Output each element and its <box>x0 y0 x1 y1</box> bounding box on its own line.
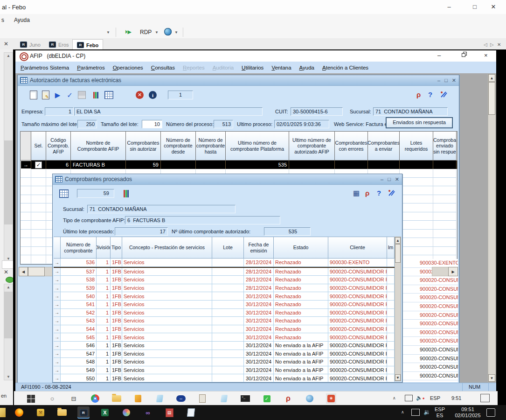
scrollbar-thumb[interactable] <box>4 292 13 338</box>
empresa-name-field[interactable]: EL DIA SA <box>74 107 263 116</box>
afip-menu-item[interactable]: Atención a Clientes <box>322 65 368 70</box>
tray-chevron-icon[interactable]: ∧ <box>401 410 404 414</box>
host-maximize-button[interactable]: □ <box>468 3 482 11</box>
comprobante-row[interactable]: →54411FBServicios30/12/2024Rechazado9000… <box>54 325 395 334</box>
firefox-icon[interactable] <box>13 406 25 419</box>
comprobante-row[interactable]: →53611FBServicios28/12/2024Rechazado9000… <box>54 259 395 268</box>
teamviewer-icon[interactable]: ⇔ <box>176 393 186 404</box>
search-icon[interactable]: ○ <box>47 393 57 404</box>
panel-close-icon[interactable]: ✕ <box>4 41 8 47</box>
afip-menu-item[interactable]: Parámetros <box>77 65 104 70</box>
lotes-bars-icon[interactable] <box>90 90 101 100</box>
left-panel-scrollbar[interactable]: ▲ ▼ <box>4 52 13 262</box>
scrollbar-thumb[interactable] <box>4 140 13 224</box>
tray-speaker-muted-icon[interactable]: 🔈● <box>416 395 425 401</box>
connect-play-icon[interactable]: ⏵▶ <box>125 29 132 35</box>
tipo-comprobante-field[interactable]: 6 FACTURAS B <box>125 216 280 224</box>
column-header[interactable]: Sel. <box>31 132 46 161</box>
grid-export-icon[interactable] <box>58 188 69 199</box>
afip-menu-item[interactable]: Consultas <box>151 65 175 70</box>
scrollbar-thumb[interactable] <box>395 244 401 263</box>
column-header[interactable]: Nombre de Comprobante AFIP <box>71 132 126 161</box>
procesados-vscrollbar[interactable]: ▲ ▼ <box>395 237 401 381</box>
comprobante-row[interactable]: →54311FBServicios30/12/2024Rechazado9000… <box>54 317 395 325</box>
afip-minimize-button[interactable]: – <box>437 52 441 59</box>
maximize-icon[interactable]: □ <box>388 176 391 182</box>
globe-dropdown-arrow[interactable]: ▼ <box>174 30 178 35</box>
scroll-up-icon[interactable]: ▲ <box>4 54 13 58</box>
run-process-icon[interactable]: ▶ <box>52 90 63 100</box>
column-header[interactable]: Comproba enviado sin respue <box>433 132 457 161</box>
host-menu-ayuda[interactable]: Ayuda <box>14 17 30 23</box>
notification-center-icon[interactable] <box>486 408 495 417</box>
column-header[interactable]: División <box>97 237 111 259</box>
panel-input-fragment[interactable] <box>2 260 14 269</box>
grid-export-icon[interactable] <box>104 90 114 100</box>
host-language-indicator[interactable]: ESP ES <box>435 406 445 419</box>
close-icon[interactable]: ✕ <box>452 77 456 84</box>
scrollbar-thumb[interactable] <box>28 267 45 276</box>
paint-app-icon[interactable] <box>120 406 132 419</box>
scroll-down-icon[interactable]: ▼ <box>4 375 13 379</box>
comprobante-row[interactable]: →55011FBServicios30/12/2024No enviado a … <box>54 374 395 382</box>
column-header[interactable]: Comprobantes con errores <box>335 132 368 161</box>
tray-network-icon[interactable] <box>411 409 420 416</box>
exit-run-icon[interactable] <box>440 91 447 99</box>
tab-febo[interactable]: R Febo <box>72 39 103 50</box>
scroll-up-icon[interactable]: ▲ <box>395 237 401 244</box>
empresa-code-field[interactable]: 1 <box>45 107 74 116</box>
column-header[interactable]: Número de comprobante desde <box>161 132 196 161</box>
column-header[interactable]: Número de comprobante <box>61 237 97 259</box>
left-panel-scrollbar[interactable]: ▲ ▼ <box>4 284 13 380</box>
connection-combobox-arrow[interactable]: ▼ <box>106 30 110 35</box>
properties-icon[interactable]: ✎ <box>40 90 51 100</box>
remote-language-indicator[interactable]: ESP <box>430 395 440 401</box>
tamano-lote-input[interactable]: 10 <box>142 120 162 128</box>
task-view-icon[interactable]: ⊟ <box>69 393 79 404</box>
column-header[interactable]: Ultimo número de comprobante Plataforma <box>226 132 289 161</box>
scroll-up-icon[interactable]: ▲ <box>488 74 495 82</box>
column-header[interactable]: Fecha de emisión <box>244 237 274 259</box>
comprobante-row[interactable]: →53811FBServicios28/12/2024Rechazado9000… <box>54 276 395 284</box>
host-minimize-button[interactable]: – <box>442 3 456 11</box>
column-header[interactable]: Lote <box>212 237 244 259</box>
afip-menu-item[interactable]: Ventana <box>271 65 291 70</box>
comprobante-row[interactable]: →54911FBServicios30/12/2024No enviado a … <box>54 366 395 375</box>
tab-close-icon[interactable]: ✕ <box>497 42 501 47</box>
scroll-up-icon[interactable]: ▲ <box>4 285 13 289</box>
app-blue-circle-icon[interactable] <box>305 393 315 404</box>
column-header[interactable]: Número de comprobante hasta <box>196 132 226 161</box>
remote-notification-icon[interactable] <box>480 394 490 402</box>
afip-menu-item[interactable]: Utilitarios <box>242 65 263 70</box>
enviados-sin-respuesta-button[interactable]: Enviados sin respuesta <box>386 118 452 128</box>
close-icon[interactable]: ✕ <box>395 176 399 182</box>
info-icon[interactable]: i <box>147 90 158 100</box>
maximize-icon[interactable]: □ <box>444 77 448 84</box>
host-close-button[interactable]: ✕ <box>486 3 500 11</box>
comprobante-row[interactable]: →53711FBServicios28/12/2024Rechazado9000… <box>54 268 395 276</box>
help-icon[interactable]: ? <box>428 91 432 98</box>
comprobante-row[interactable]: →54611FBServicios30/12/2024No enviado a … <box>54 342 395 350</box>
start-button[interactable] <box>26 393 36 404</box>
confirm-icon[interactable]: ✓ <box>64 90 75 100</box>
column-header[interactable]: Im <box>387 237 395 259</box>
host-clock[interactable]: 09:51 02/01/2025 <box>451 406 484 419</box>
chrome-icon[interactable] <box>90 393 100 404</box>
column-header[interactable]: Estado <box>274 237 328 259</box>
comprobante-row[interactable]: →54211FBServicios30/12/2024Rechazado9000… <box>54 309 395 317</box>
powerbuilder-icon[interactable]: ρ <box>416 91 421 98</box>
app-yellow-icon[interactable] <box>133 393 143 404</box>
vs-co-icon[interactable]: ∞ <box>142 406 154 419</box>
grid-hscrollbar-right[interactable]: ▶ <box>432 267 458 276</box>
column-header[interactable]: Concepto - Prestación de servicios <box>122 237 212 259</box>
exit-run-icon[interactable] <box>388 189 395 197</box>
stop-icon[interactable]: ✕ <box>134 90 145 100</box>
minimize-icon[interactable]: – <box>437 77 440 84</box>
ultimo-autorizado-field[interactable]: 535 <box>264 227 311 236</box>
powerbuilder-taskbar-icon[interactable]: ρ <box>283 393 293 404</box>
calendar-green-icon[interactable]: ✓ <box>262 393 272 404</box>
row-select-checkbox[interactable]: ✓ <box>35 161 42 168</box>
afip-app-taskbar-icon[interactable]: ❀ <box>326 393 336 404</box>
tray-speaker-icon[interactable]: 🔉 <box>423 409 430 415</box>
file-explorer-icon[interactable] <box>111 393 122 404</box>
